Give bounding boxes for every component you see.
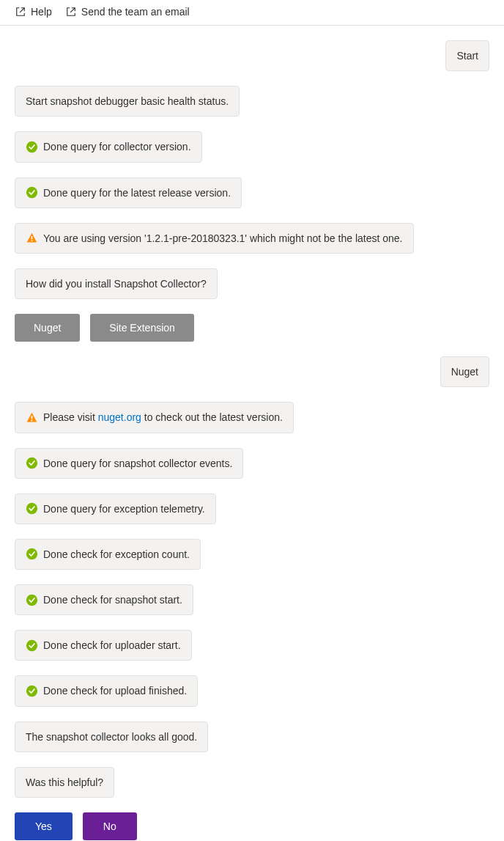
message-text: The snapshot collector looks all good. — [26, 730, 197, 743]
user-message-text: Nuget — [451, 365, 478, 378]
user-message-nuget: Nuget — [440, 356, 489, 387]
bot-message-uploader-start: Done check for uploader start. — [15, 630, 192, 661]
message-text: Done query for exception telemetry. — [43, 502, 205, 515]
svg-point-7 — [26, 503, 37, 514]
svg-point-10 — [26, 640, 37, 651]
bot-message-exception-telemetry: Done query for exception telemetry. — [15, 493, 216, 524]
bot-message-collector-version: Done query for collector version. — [15, 131, 202, 162]
send-email-label: Send the team an email — [81, 6, 190, 18]
message-text: Start snapshot debugger basic health sta… — [26, 95, 229, 108]
check-icon — [26, 594, 38, 606]
message-text: Done check for snapshot start. — [43, 593, 182, 606]
check-icon — [26, 141, 38, 153]
message-text: Was this helpful? — [26, 776, 103, 789]
message-text: Done check for exception count. — [43, 548, 190, 561]
message-text: How did you install Snapshot Collector? — [26, 277, 207, 290]
svg-point-11 — [26, 686, 37, 697]
text-prefix: Please visit — [43, 411, 98, 423]
message-text: Done query for collector version. — [43, 140, 191, 153]
svg-point-9 — [26, 595, 37, 606]
svg-rect-4 — [32, 416, 33, 419]
external-link-icon — [65, 6, 77, 18]
warning-icon — [26, 232, 38, 244]
external-link-icon — [15, 6, 26, 18]
warning-icon — [26, 411, 38, 424]
bot-message-snapshot-start: Done check for snapshot start. — [15, 584, 193, 615]
site-extension-option-button[interactable]: Site Extension — [90, 314, 194, 342]
check-icon — [26, 186, 38, 199]
toolbar: Help Send the team an email — [0, 0, 504, 26]
bot-message-install-question: How did you install Snapshot Collector? — [15, 268, 218, 299]
user-message-start: Start — [445, 40, 489, 71]
check-icon — [26, 639, 38, 652]
chat-content: Start Start snapshot debugger basic heal… — [0, 40, 504, 841]
send-email-button[interactable]: Send the team an email — [65, 6, 190, 18]
bot-message-version-warning: You are using version '1.2.1-pre-2018032… — [15, 223, 414, 254]
help-button[interactable]: Help — [15, 6, 52, 18]
svg-point-8 — [26, 548, 37, 559]
help-label: Help — [31, 6, 52, 18]
message-text: Done check for upload finished. — [43, 684, 187, 697]
svg-point-1 — [26, 187, 37, 198]
bot-message-latest-release: Done query for the latest release versio… — [15, 177, 242, 208]
bot-message-helpful-prompt: Was this helpful? — [15, 767, 114, 798]
check-icon — [26, 548, 38, 560]
svg-rect-2 — [32, 236, 33, 239]
no-button[interactable]: No — [83, 812, 137, 840]
message-text: You are using version '1.2.1-pre-2018032… — [43, 232, 403, 245]
svg-rect-5 — [32, 419, 33, 421]
bot-message-health-check: Start snapshot debugger basic health sta… — [15, 86, 240, 117]
svg-point-6 — [26, 458, 37, 469]
bot-message-visit-nuget: Please visit nuget.org to check out the … — [15, 402, 294, 433]
check-icon — [26, 457, 38, 469]
message-text: Done query for snapshot collector events… — [43, 457, 232, 470]
user-message-text: Start — [456, 49, 478, 62]
bot-message-all-good: The snapshot collector looks all good. — [15, 721, 208, 752]
svg-point-0 — [26, 142, 37, 153]
message-text: Done check for uploader start. — [43, 639, 181, 652]
check-icon — [26, 502, 38, 515]
bot-message-upload-finished: Done check for upload finished. — [15, 675, 198, 706]
message-text: Done query for the latest release versio… — [43, 186, 231, 199]
svg-rect-3 — [32, 240, 33, 242]
bot-message-exception-count: Done check for exception count. — [15, 539, 201, 570]
message-text: Please visit nuget.org to check out the … — [43, 411, 283, 424]
check-icon — [26, 685, 38, 697]
nuget-link[interactable]: nuget.org — [98, 411, 141, 423]
nuget-option-button[interactable]: Nuget — [15, 314, 80, 342]
bot-message-collector-events: Done query for snapshot collector events… — [15, 448, 243, 479]
yes-button[interactable]: Yes — [15, 812, 73, 840]
text-suffix: to check out the latest version. — [141, 411, 283, 423]
